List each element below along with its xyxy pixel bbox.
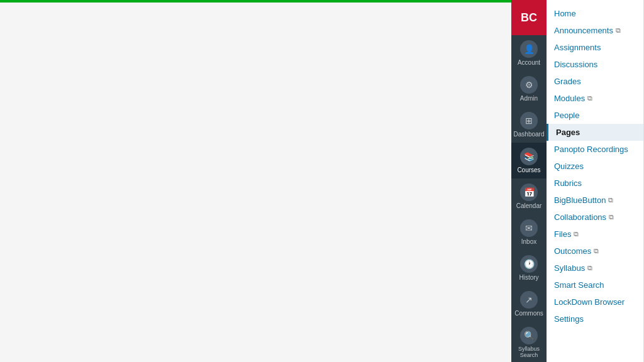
external-link-icon: ⧉	[587, 264, 592, 272]
course-nav-syllabus[interactable]: Syllabus ⧉	[547, 260, 643, 277]
course-nav-settings[interactable]: Settings	[547, 310, 643, 327]
course-nav-smart-search[interactable]: Smart Search	[547, 277, 643, 293]
sidebar-item-commons[interactable]: ↗ Commons	[511, 286, 547, 322]
external-link-icon: ⧉	[608, 196, 613, 204]
course-nav: Home Announcements ⧉ Assignments Discuss…	[547, 0, 644, 362]
admin-icon: ⚙	[520, 76, 538, 94]
course-nav-home[interactable]: Home	[547, 5, 643, 22]
external-link-icon: ⧉	[587, 94, 592, 102]
course-nav-rubrics[interactable]: Rubrics	[547, 175, 643, 192]
icon-nav: BC 👤 Account ⚙ Admin ⊞ Dashboard 📚 Cours…	[511, 0, 547, 362]
sidebar-item-history[interactable]: 🕐 History	[511, 250, 547, 286]
sidebar-item-label: Inbox	[521, 238, 536, 245]
sidebar-item-label: Account	[518, 59, 540, 66]
app-logo: BC	[511, 0, 547, 35]
course-nav-pages[interactable]: Pages	[547, 124, 643, 141]
calendar-icon: 📅	[520, 184, 538, 201]
sidebar-item-label: Calendar	[516, 202, 542, 209]
sidebar-item-courses[interactable]: 📚 Courses	[511, 143, 547, 178]
course-nav-quizzes[interactable]: Quizzes	[547, 158, 643, 175]
sidebar-item-label: Courses	[517, 167, 540, 173]
course-nav-assignments[interactable]: Assignments	[547, 39, 643, 56]
sidebar-item-calendar[interactable]: 📅 Calendar	[511, 178, 547, 214]
course-nav-outcomes[interactable]: Outcomes ⧉	[547, 243, 643, 260]
top-green-bar	[0, 0, 511, 3]
sidebar-item-inbox[interactable]: ✉ Inbox	[511, 214, 547, 250]
external-link-icon: ⧉	[616, 26, 621, 35]
external-link-icon: ⧉	[574, 230, 579, 238]
course-nav-collaborations[interactable]: Collaborations ⧉	[547, 209, 643, 226]
sidebar-item-label: Admin	[520, 95, 538, 102]
course-nav-people[interactable]: People	[547, 107, 643, 124]
sidebar-item-dashboard[interactable]: ⊞ Dashboard	[511, 107, 547, 143]
sidebar-item-label: Dashboard	[514, 131, 545, 138]
external-link-icon: ⧉	[609, 213, 614, 221]
course-nav-modules[interactable]: Modules ⧉	[547, 90, 643, 107]
syllabus-search-icon: 🔍	[520, 327, 538, 344]
course-nav-grades[interactable]: Grades	[547, 73, 643, 90]
sidebar-item-syllabus-search[interactable]: 🔍 Syllabus Search	[511, 322, 547, 362]
sidebar-item-admin[interactable]: ⚙ Admin	[511, 71, 547, 107]
history-icon: 🕐	[520, 255, 538, 273]
account-icon: 👤	[520, 40, 538, 58]
external-link-icon: ⧉	[594, 247, 599, 255]
inbox-icon: ✉	[520, 219, 538, 237]
course-nav-panopto[interactable]: Panopto Recordings	[547, 141, 643, 158]
course-nav-lockdown[interactable]: LockDown Browser	[547, 293, 643, 310]
dashboard-icon: ⊞	[520, 112, 538, 129]
courses-icon: 📚	[520, 148, 538, 165]
sidebar-item-label: History	[519, 274, 538, 281]
commons-icon: ↗	[520, 291, 538, 309]
sidebar-item-label: Commons	[514, 310, 543, 317]
course-nav-announcements[interactable]: Announcements ⧉	[547, 22, 643, 39]
sidebar-item-account[interactable]: 👤 Account	[511, 35, 547, 71]
course-nav-files[interactable]: Files ⧉	[547, 226, 643, 243]
course-nav-discussions[interactable]: Discussions	[547, 56, 643, 73]
sidebar-item-label: Syllabus Search	[511, 346, 547, 358]
course-nav-bigbluebutton[interactable]: BigBlueButton ⧉	[547, 192, 643, 209]
